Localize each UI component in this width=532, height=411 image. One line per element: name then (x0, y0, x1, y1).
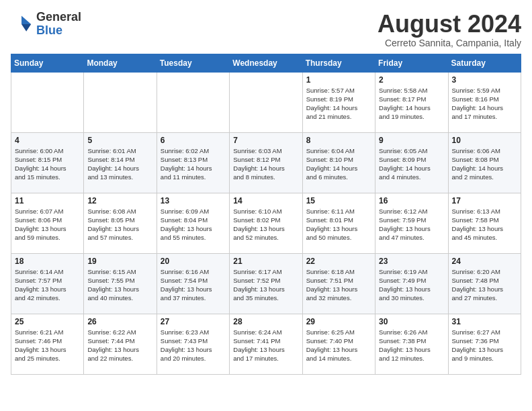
calendar-header: Sunday Monday Tuesday Wednesday Thursday… (11, 54, 521, 72)
header-tuesday: Tuesday (157, 54, 229, 72)
day-info: Sunrise: 6:19 AM Sunset: 7:49 PM Dayligh… (379, 267, 444, 303)
day-cell: 30Sunrise: 6:26 AM Sunset: 7:38 PM Dayli… (375, 314, 448, 374)
day-number: 16 (379, 196, 444, 205)
header-thursday: Thursday (302, 54, 375, 72)
day-info: Sunrise: 6:22 AM Sunset: 7:44 PM Dayligh… (87, 328, 152, 363)
day-info: Sunrise: 6:18 AM Sunset: 7:51 PM Dayligh… (306, 267, 371, 303)
week-row-4: 25Sunrise: 6:21 AM Sunset: 7:46 PM Dayli… (11, 314, 521, 374)
day-info: Sunrise: 6:20 AM Sunset: 7:48 PM Dayligh… (452, 267, 517, 303)
day-cell (11, 72, 84, 132)
week-row-2: 11Sunrise: 6:07 AM Sunset: 8:06 PM Dayli… (11, 193, 521, 253)
day-cell: 10Sunrise: 6:06 AM Sunset: 8:08 PM Dayli… (448, 132, 521, 193)
day-number: 24 (452, 257, 517, 266)
day-info: Sunrise: 6:08 AM Sunset: 8:05 PM Dayligh… (87, 207, 152, 242)
day-number: 25 (15, 317, 80, 326)
header-saturday: Saturday (448, 54, 521, 72)
day-cell: 23Sunrise: 6:19 AM Sunset: 7:49 PM Dayli… (375, 253, 448, 314)
day-cell: 8Sunrise: 6:04 AM Sunset: 8:10 PM Daylig… (302, 132, 375, 193)
day-number: 12 (87, 196, 152, 205)
day-number: 15 (306, 196, 371, 205)
day-number: 5 (87, 136, 152, 145)
day-number: 20 (161, 257, 226, 266)
day-info: Sunrise: 6:25 AM Sunset: 7:40 PM Dayligh… (306, 328, 371, 363)
day-cell: 15Sunrise: 6:11 AM Sunset: 8:01 PM Dayli… (302, 193, 375, 253)
day-cell: 14Sunrise: 6:10 AM Sunset: 8:02 PM Dayli… (230, 193, 302, 253)
calendar-table: Sunday Monday Tuesday Wednesday Thursday… (11, 54, 521, 375)
location: Cerreto Sannita, Campania, Italy (378, 38, 521, 48)
day-cell: 1Sunrise: 5:57 AM Sunset: 8:19 PM Daylig… (302, 72, 375, 132)
header-row: Sunday Monday Tuesday Wednesday Thursday… (11, 54, 521, 72)
day-info: Sunrise: 6:15 AM Sunset: 7:55 PM Dayligh… (87, 267, 152, 303)
day-info: Sunrise: 6:05 AM Sunset: 8:09 PM Dayligh… (379, 146, 444, 182)
day-cell: 17Sunrise: 6:13 AM Sunset: 7:58 PM Dayli… (448, 193, 521, 253)
logo: General Blue (11, 11, 81, 38)
day-cell: 4Sunrise: 6:00 AM Sunset: 8:15 PM Daylig… (11, 132, 84, 193)
day-info: Sunrise: 6:12 AM Sunset: 7:59 PM Dayligh… (379, 207, 444, 242)
week-row-0: 1Sunrise: 5:57 AM Sunset: 8:19 PM Daylig… (11, 72, 521, 132)
day-info: Sunrise: 6:02 AM Sunset: 8:13 PM Dayligh… (161, 146, 226, 182)
day-number: 11 (15, 196, 80, 205)
header-sunday: Sunday (11, 54, 84, 72)
day-number: 10 (452, 136, 517, 145)
day-cell: 31Sunrise: 6:27 AM Sunset: 7:36 PM Dayli… (448, 314, 521, 374)
day-number: 7 (233, 136, 298, 145)
page-header: General Blue August 2024 Cerreto Sannita… (11, 11, 521, 48)
calendar-body: 1Sunrise: 5:57 AM Sunset: 8:19 PM Daylig… (11, 72, 521, 374)
day-number: 18 (15, 257, 80, 266)
logo-blue: Blue (36, 24, 81, 38)
day-cell: 28Sunrise: 6:24 AM Sunset: 7:41 PM Dayli… (230, 314, 302, 374)
day-info: Sunrise: 5:59 AM Sunset: 8:16 PM Dayligh… (452, 86, 517, 122)
day-cell: 7Sunrise: 6:03 AM Sunset: 8:12 PM Daylig… (230, 132, 302, 193)
day-info: Sunrise: 6:17 AM Sunset: 7:52 PM Dayligh… (233, 267, 298, 303)
day-cell: 29Sunrise: 6:25 AM Sunset: 7:40 PM Dayli… (302, 314, 375, 374)
day-info: Sunrise: 5:57 AM Sunset: 8:19 PM Dayligh… (306, 86, 371, 122)
day-cell: 3Sunrise: 5:59 AM Sunset: 8:16 PM Daylig… (448, 72, 521, 132)
day-cell: 11Sunrise: 6:07 AM Sunset: 8:06 PM Dayli… (11, 193, 84, 253)
day-cell (230, 72, 302, 132)
day-cell: 18Sunrise: 6:14 AM Sunset: 7:57 PM Dayli… (11, 253, 84, 314)
day-info: Sunrise: 6:04 AM Sunset: 8:10 PM Dayligh… (306, 146, 371, 182)
day-number: 30 (379, 317, 444, 326)
logo-text: General Blue (36, 11, 81, 38)
header-friday: Friday (375, 54, 448, 72)
day-cell: 12Sunrise: 6:08 AM Sunset: 8:05 PM Dayli… (84, 193, 157, 253)
day-info: Sunrise: 6:13 AM Sunset: 7:58 PM Dayligh… (452, 207, 517, 242)
day-number: 1 (306, 75, 371, 85)
day-cell: 5Sunrise: 6:01 AM Sunset: 8:14 PM Daylig… (84, 132, 157, 193)
day-info: Sunrise: 6:24 AM Sunset: 7:41 PM Dayligh… (233, 328, 298, 363)
day-cell: 22Sunrise: 6:18 AM Sunset: 7:51 PM Dayli… (302, 253, 375, 314)
day-number: 13 (161, 196, 226, 205)
day-number: 23 (379, 257, 444, 266)
day-number: 22 (306, 257, 371, 266)
day-info: Sunrise: 6:07 AM Sunset: 8:06 PM Dayligh… (15, 207, 80, 242)
day-info: Sunrise: 6:00 AM Sunset: 8:15 PM Dayligh… (15, 146, 80, 182)
day-number: 29 (306, 317, 371, 326)
day-cell: 24Sunrise: 6:20 AM Sunset: 7:48 PM Dayli… (448, 253, 521, 314)
day-cell: 9Sunrise: 6:05 AM Sunset: 8:09 PM Daylig… (375, 132, 448, 193)
header-monday: Monday (84, 54, 157, 72)
day-number: 27 (161, 317, 226, 326)
day-info: Sunrise: 6:11 AM Sunset: 8:01 PM Dayligh… (306, 207, 371, 242)
day-info: Sunrise: 6:10 AM Sunset: 8:02 PM Dayligh… (233, 207, 298, 242)
day-number: 28 (233, 317, 298, 326)
day-info: Sunrise: 5:58 AM Sunset: 8:17 PM Dayligh… (379, 86, 444, 122)
title-section: August 2024 Cerreto Sannita, Campania, I… (378, 11, 521, 48)
day-number: 26 (87, 317, 152, 326)
day-number: 14 (233, 196, 298, 205)
day-info: Sunrise: 6:16 AM Sunset: 7:54 PM Dayligh… (161, 267, 226, 303)
day-cell: 13Sunrise: 6:09 AM Sunset: 8:04 PM Dayli… (157, 193, 229, 253)
day-info: Sunrise: 6:06 AM Sunset: 8:08 PM Dayligh… (452, 146, 517, 182)
day-cell: 20Sunrise: 6:16 AM Sunset: 7:54 PM Dayli… (157, 253, 229, 314)
week-row-1: 4Sunrise: 6:00 AM Sunset: 8:15 PM Daylig… (11, 132, 521, 193)
day-cell: 6Sunrise: 6:02 AM Sunset: 8:13 PM Daylig… (157, 132, 229, 193)
month-year: August 2024 (378, 11, 521, 38)
day-number: 19 (87, 257, 152, 266)
day-number: 4 (15, 136, 80, 145)
day-number: 9 (379, 136, 444, 145)
day-number: 8 (306, 136, 371, 145)
day-info: Sunrise: 6:03 AM Sunset: 8:12 PM Dayligh… (233, 146, 298, 182)
day-cell: 27Sunrise: 6:23 AM Sunset: 7:43 PM Dayli… (157, 314, 229, 374)
day-cell: 16Sunrise: 6:12 AM Sunset: 7:59 PM Dayli… (375, 193, 448, 253)
day-cell: 25Sunrise: 6:21 AM Sunset: 7:46 PM Dayli… (11, 314, 84, 374)
day-info: Sunrise: 6:01 AM Sunset: 8:14 PM Dayligh… (87, 146, 152, 182)
